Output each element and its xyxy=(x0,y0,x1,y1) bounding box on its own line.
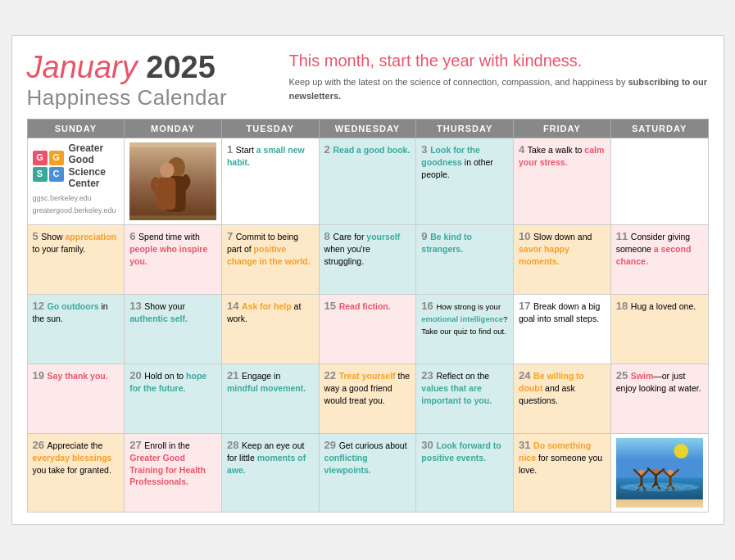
day-24: 24 Be willing to doubt and ask questions… xyxy=(514,364,611,433)
day-26: 26 Appreciate the everyday blessings you… xyxy=(27,433,125,512)
day-14: 14 Ask for help at work. xyxy=(221,294,319,364)
calendar-title: January 2025 xyxy=(27,51,273,85)
day-23: 23 Reflect on the values that are import… xyxy=(416,364,514,433)
day-10: 10 Slow down and savor happy moments. xyxy=(514,224,611,294)
day-29: 29 Get curious about conflicting viewpoi… xyxy=(319,433,416,512)
logo-text: Greater Good Science Center xyxy=(69,142,120,190)
col-monday: MONDAY xyxy=(125,119,222,138)
day-11: 11 Consider giving someone a second chan… xyxy=(610,224,708,294)
col-thursday: THURSDAY xyxy=(416,119,514,138)
logo-s: S xyxy=(33,167,48,182)
calendar-subtitle: Happiness Calendar xyxy=(27,85,273,111)
calendar-grid: SUNDAY MONDAY TUESDAY WEDNESDAY THURSDAY… xyxy=(27,119,709,513)
svg-rect-5 xyxy=(616,438,703,481)
sub-tagline: Keep up with the latest on the science o… xyxy=(289,75,709,102)
day-6: 6 Spend time with people who inspire you… xyxy=(125,224,222,294)
main-tagline: This month, start the year with kindness… xyxy=(289,51,709,70)
day-25: 25 Swim—or just enjoy looking at water. xyxy=(610,364,708,433)
tagline-block: This month, start the year with kindness… xyxy=(273,51,709,102)
col-wednesday: WEDNESDAY xyxy=(319,119,416,138)
day-19: 19 Say thank you. xyxy=(27,364,125,433)
header-row: SUNDAY MONDAY TUESDAY WEDNESDAY THURSDAY… xyxy=(27,119,708,138)
day-31: 31 Do something nice for someone you lov… xyxy=(514,433,611,512)
svg-point-3 xyxy=(160,162,175,178)
day-17: 17 Break down a big goal into small step… xyxy=(514,294,611,364)
logo-cell: G G S C Greater Good Science Center ggsc… xyxy=(27,138,125,224)
col-friday: FRIDAY xyxy=(514,119,611,138)
col-saturday: SATURDAY xyxy=(610,119,708,138)
logo-g1: G xyxy=(33,151,48,165)
calendar-wrapper: January 2025 Happiness Calendar This mon… xyxy=(11,35,724,525)
week-row-1: G G S C Greater Good Science Center ggsc… xyxy=(27,138,708,224)
day-empty-sat xyxy=(610,138,708,224)
ggsc-logo: G G S C Greater Good Science Center xyxy=(33,142,120,190)
day-13: 13 Show your authentic self. xyxy=(125,294,222,364)
logo-icons: G G S C xyxy=(33,151,64,182)
photo-cell xyxy=(125,138,222,224)
beach-photo xyxy=(616,438,703,508)
day-1: 1 Start a small new habit. xyxy=(221,138,319,224)
day-22: 22 Treat yourself the way a good friend … xyxy=(319,364,416,433)
title-block: January 2025 Happiness Calendar xyxy=(27,51,273,111)
month-label: January xyxy=(27,50,138,84)
week-row-4: 19 Say thank you. 20 Hold on to hope for… xyxy=(27,364,708,433)
day-2: 2 Read a good book. xyxy=(319,138,416,224)
photo-embrace xyxy=(129,142,216,220)
day-21: 21 Engage in mindful movement. xyxy=(221,364,319,433)
day-15: 15 Read fiction. xyxy=(319,294,416,364)
day-20: 20 Hold on to hope for the future. xyxy=(125,364,222,433)
day-3: 3 Look for the goodness in other people. xyxy=(416,138,514,224)
col-sunday: SUNDAY xyxy=(27,119,125,138)
day-16: 16 How strong is your emotional intellig… xyxy=(416,294,514,364)
day-9: 9 Be kind to strangers. xyxy=(416,224,514,294)
year-label: 2025 xyxy=(146,50,216,84)
day-28: 28 Keep an eye out for little moments of… xyxy=(221,433,319,512)
day-8: 8 Care for yourself when you're struggli… xyxy=(319,224,416,294)
logo-c: C xyxy=(49,167,64,182)
col-tuesday: TUESDAY xyxy=(221,119,319,138)
week-row-2: 5 Show appreciation to your family. 6 Sp… xyxy=(27,224,708,294)
week-row-5: 26 Appreciate the everyday blessings you… xyxy=(27,433,708,512)
day-4: 4 Take a walk to calm your stress. xyxy=(514,138,611,224)
header-section: January 2025 Happiness Calendar This mon… xyxy=(27,51,709,111)
day-27: 27 Enroll in the Greater Good Training f… xyxy=(125,433,222,512)
day-7: 7 Commit to being part of positive chang… xyxy=(221,224,319,294)
logo-urls: ggsc.berkeley.edu greatergood.berkeley.e… xyxy=(33,192,120,216)
last-photo-cell xyxy=(610,433,708,512)
svg-point-7 xyxy=(674,444,688,458)
logo-g2: G xyxy=(49,151,64,165)
week-row-3: 12 Go outdoors in the sun. 13 Show your … xyxy=(27,294,708,364)
day-30: 30 Look forward to positive events. xyxy=(416,433,514,512)
day-18: 18 Hug a loved one. xyxy=(610,294,708,364)
day-5: 5 Show appreciation to your family. xyxy=(27,224,125,294)
day-12: 12 Go outdoors in the sun. xyxy=(27,294,125,364)
